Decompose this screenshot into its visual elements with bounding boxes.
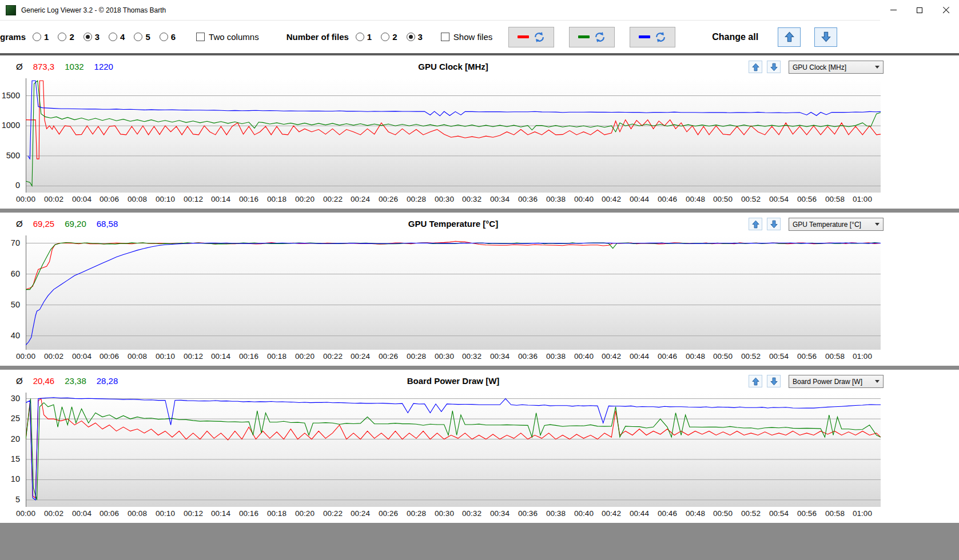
x-tick-label: 00:52: [741, 509, 761, 518]
chevron-down-icon: [875, 223, 880, 226]
file3-color-refresh-button[interactable]: [630, 27, 675, 47]
x-tick-label: 00:10: [156, 195, 175, 203]
close-button[interactable]: [933, 0, 959, 21]
close-icon: [942, 6, 950, 14]
minimize-icon: [890, 10, 897, 10]
x-tick-label: 00:40: [574, 509, 594, 518]
panel-board-power: Ø 20,46 23,38 28,28 Board Power Draw [W]…: [0, 370, 959, 523]
x-tick-label: 00:20: [295, 509, 315, 518]
radio-icon[interactable]: [83, 33, 92, 41]
title-bar: Generic Log Viewer 3.2 - © 2018 Thomas B…: [0, 0, 959, 21]
arrow-down-icon: [770, 63, 778, 71]
x-tick-label: 00:16: [239, 509, 258, 518]
file3-color-dash-icon: [639, 35, 650, 38]
radio-icon[interactable]: [33, 33, 41, 41]
metric-dropdown[interactable]: GPU Temperature [°C]: [789, 218, 884, 231]
x-tick-label: 00:24: [351, 509, 370, 518]
file1-color-dash-icon: [518, 35, 529, 38]
y-tick-label: 20: [11, 434, 20, 443]
y-tick-label: 500: [6, 151, 20, 160]
x-tick-label: 00:02: [44, 509, 63, 518]
radio-diagrams-1[interactable]: 1: [33, 32, 49, 42]
panel-move-up-button[interactable]: [749, 375, 762, 387]
x-tick-label: 00:18: [267, 195, 286, 203]
radio-files-2[interactable]: 2: [381, 32, 397, 42]
chart-plot-area[interactable]: [26, 393, 881, 507]
chart-plot-area[interactable]: [26, 235, 881, 350]
x-tick-label: 00:56: [797, 195, 817, 203]
file1-color-refresh-button[interactable]: [508, 27, 554, 47]
x-tick-label: 00:08: [128, 509, 147, 518]
x-tick-label: 00:46: [658, 509, 677, 518]
radio-diagrams-6[interactable]: 6: [160, 32, 176, 42]
x-tick-label: 00:06: [100, 352, 119, 361]
x-tick-label: 00:24: [351, 195, 370, 203]
file-count-radios: 123: [356, 32, 423, 42]
x-tick-label: 00:32: [462, 352, 482, 361]
y-tick-label: 10: [11, 474, 20, 483]
x-tick-label: 00:48: [686, 509, 705, 518]
radio-label: 2: [392, 32, 397, 42]
show-files-checkbox[interactable]: Show files: [441, 32, 492, 42]
x-tick-label: 00:52: [741, 352, 761, 361]
minimize-button[interactable]: [880, 0, 906, 21]
radio-icon[interactable]: [407, 33, 415, 41]
checkbox-icon[interactable]: [441, 33, 449, 41]
x-tick-label: 00:54: [769, 509, 789, 518]
x-tick-label: 00:32: [462, 509, 482, 518]
radio-files-1[interactable]: 1: [356, 32, 372, 42]
x-tick-label: 00:50: [713, 195, 733, 203]
panel-move-down-button[interactable]: [767, 61, 781, 73]
x-tick-label: 00:48: [686, 352, 705, 361]
x-tick-label: 00:42: [602, 195, 621, 203]
two-columns-label: Two columns: [209, 32, 259, 42]
radio-icon[interactable]: [58, 33, 66, 41]
radio-icon[interactable]: [160, 33, 168, 41]
radio-diagrams-5[interactable]: 5: [134, 32, 150, 42]
x-tick-label: 00:14: [211, 195, 230, 203]
radio-diagrams-4[interactable]: 4: [109, 32, 125, 42]
x-tick-label: 00:08: [128, 352, 147, 361]
x-tick-label: 00:06: [100, 509, 119, 518]
radio-icon[interactable]: [356, 33, 364, 41]
x-tick-label: 00:44: [630, 352, 649, 361]
maximize-button[interactable]: [906, 0, 933, 21]
x-tick-label: 00:30: [435, 195, 454, 203]
panel-gpu-clock: Ø 873,3 1032 1220 GPU Clock [MHz] GPU Cl…: [0, 55, 959, 209]
y-tick-label: 1500: [2, 91, 20, 100]
checkbox-icon[interactable]: [196, 33, 205, 41]
x-tick-label: 00:02: [44, 352, 63, 361]
x-tick-label: 00:32: [462, 195, 482, 203]
arrow-down-icon: [770, 220, 778, 229]
panel-move-down-button[interactable]: [767, 218, 781, 230]
panel-move-down-button[interactable]: [767, 375, 781, 387]
x-tick-label: 00:48: [686, 195, 705, 203]
file2-color-refresh-button[interactable]: [569, 27, 615, 47]
arrow-down-icon: [770, 377, 778, 386]
panel-move-up-button[interactable]: [749, 61, 762, 73]
arrow-up-icon: [784, 31, 795, 42]
radio-files-3[interactable]: 3: [407, 32, 423, 42]
radio-icon[interactable]: [381, 33, 389, 41]
x-tick-label: 00:06: [100, 195, 119, 203]
two-columns-checkbox[interactable]: Two columns: [196, 32, 259, 42]
x-tick-label: 00:52: [741, 195, 761, 203]
x-tick-label: 00:10: [156, 352, 175, 361]
radio-label: 1: [367, 32, 372, 42]
metric-dropdown[interactable]: GPU Clock [MHz]: [789, 61, 884, 74]
chevron-down-icon: [875, 380, 880, 383]
change-all-up-button[interactable]: [778, 27, 801, 47]
panel-move-up-button[interactable]: [749, 218, 762, 230]
radio-diagrams-2[interactable]: 2: [58, 32, 74, 42]
radio-diagrams-3[interactable]: 3: [83, 32, 100, 42]
arrow-up-icon: [751, 377, 760, 386]
x-tick-label: 00:24: [351, 352, 370, 361]
radio-icon[interactable]: [109, 33, 117, 41]
metric-dropdown[interactable]: Board Power Draw [W]: [789, 375, 884, 388]
chart-plot-area[interactable]: [26, 78, 881, 193]
x-tick-label: 00:22: [323, 352, 343, 361]
y-axis-labels: 51015202530: [0, 393, 23, 507]
x-tick-label: 00:04: [72, 195, 91, 203]
change-all-down-button[interactable]: [814, 27, 837, 47]
radio-icon[interactable]: [134, 33, 142, 41]
